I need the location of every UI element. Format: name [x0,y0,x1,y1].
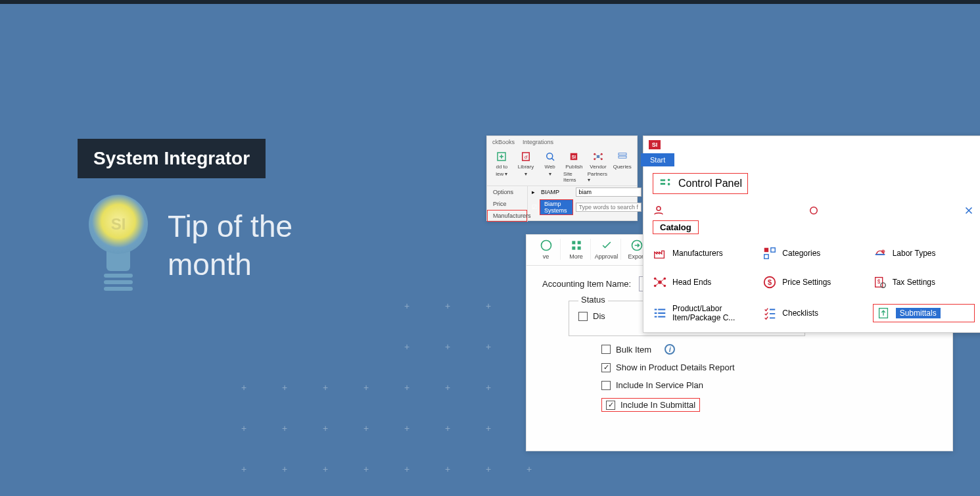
price-tab[interactable]: Price [487,198,527,210]
bulk-item-checkbox[interactable]: Bulk Itemi [601,344,937,355]
svg-rect-28 [764,255,768,259]
svg-rect-1 [572,241,575,244]
svg-point-25 [810,207,818,214]
svg-rect-20 [661,180,665,182]
head-ends-link[interactable]: Head Ends [653,275,755,289]
search-field-bottom[interactable] [576,203,642,212]
biamp-systems-selected[interactable]: Biamp Systems [540,199,573,215]
tax-settings-link[interactable]: $Tax Settings [873,275,975,289]
biamp-row[interactable]: BIAMP [541,189,559,195]
manufacturers-link[interactable]: Manufacturers [653,246,755,260]
price-settings-link[interactable]: $Price Settings [762,275,864,289]
svg-point-24 [657,207,661,211]
users-icon [653,205,665,216]
checklists-link[interactable]: Checklists [762,304,864,322]
svg-rect-3 [572,247,575,250]
settings-icon [808,205,820,216]
search-field-top[interactable] [576,187,642,197]
manufacturers-tab[interactable]: Manufacturers [487,210,527,222]
approval-button[interactable]: Approval [592,239,621,260]
svg-rect-2 [577,241,580,244]
more-button[interactable]: More [562,239,591,260]
svg-rect-21 [661,183,665,185]
svg-point-22 [668,179,670,182]
control-panel-title: Control Panel [653,173,748,194]
categories-link[interactable]: Categories [762,246,864,260]
tools-icon [963,205,975,216]
svg-text:$: $ [877,279,881,285]
accounting-item-label: Accounting Item Name: [542,279,631,289]
library-button[interactable]: dLibrary▾ [515,151,537,183]
options-tab[interactable]: Options [487,186,527,198]
svg-rect-19 [618,156,626,158]
show-in-report-checkbox[interactable]: Show in Product Details Report [601,362,937,372]
svg-rect-18 [618,153,626,155]
info-icon[interactable]: i [665,344,675,355]
add-to-view-button[interactable]: dd toiew ▾ [491,151,513,183]
web-button[interactable]: Web▾ [539,151,561,183]
product-labor-link[interactable]: Product/Labor Item/Package C... [653,304,755,322]
catalog-ribbon-window: ckBooks Integrations dd toiew ▾ dLibrary… [486,136,638,221]
labor-types-link[interactable]: Labor Types [873,246,975,260]
svg-rect-26 [764,248,768,252]
publish-button[interactable]: SIPublishSite Items [563,151,585,183]
include-in-submittal-checkbox[interactable]: Include In Submittal [601,398,700,412]
svg-text:d: d [525,154,528,160]
svg-text:SI: SI [572,155,576,159]
save-button[interactable]: ve [532,239,561,260]
svg-point-0 [541,241,551,251]
tab-integrations[interactable]: Integrations [523,139,553,145]
svg-rect-4 [577,247,580,250]
svg-point-29 [881,250,885,254]
tip-of-the-month-title: Tip of themonth [168,208,292,284]
lightbulb-icon: SI [85,195,151,326]
vendor-partners-button[interactable]: VendorPartners ▾ [588,151,609,183]
system-integrator-badge: System Integrator [78,139,266,178]
control-panel-window: SI Start Control Panel Catalog Manufactu… [643,136,980,333]
svg-text:$: $ [768,278,772,286]
catalog-section-label: Catalog [653,220,699,234]
svg-point-23 [668,183,670,186]
tab-ckbooks[interactable]: ckBooks [492,139,515,145]
submittals-link[interactable]: Submittals [873,304,975,322]
svg-point-38 [881,283,885,287]
include-service-plan-checkbox[interactable]: Include In Service Plan [601,380,937,390]
svg-rect-27 [771,248,775,252]
si-logo: SI [649,140,661,149]
queries-button[interactable]: Queries [611,151,633,183]
start-tab[interactable]: Start [641,153,674,166]
